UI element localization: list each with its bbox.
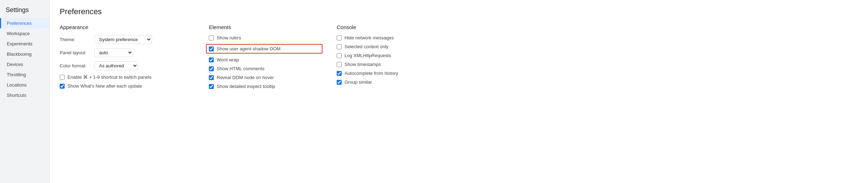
elements-checkbox-row-show-html-comments: Show HTML comments (209, 66, 322, 71)
checkbox-label-cmd-shortcut: Enable ⌘ + 1-9 shortcut to switch panels (67, 74, 152, 80)
checkbox-show-timestamps[interactable] (337, 62, 342, 67)
sidebar-items: PreferencesWorkspaceExperimentsBlackboxi… (0, 18, 49, 100)
checkbox-group-similar[interactable] (337, 80, 342, 85)
checkbox-show-shadow-dom[interactable] (209, 46, 214, 51)
console-checkbox-row-selected-context: Selected context only (337, 44, 436, 49)
sidebar-item-experiments[interactable]: Experiments (0, 39, 49, 49)
color-format-label: Color format: (60, 63, 92, 68)
checkbox-cmd-shortcut[interactable] (60, 75, 65, 80)
settings-columns: Appearance Theme: System preferenceLight… (60, 24, 858, 93)
checkbox-show-rulers[interactable] (209, 35, 214, 40)
console-checkbox-row-autocomplete-history: Autocomplete from history (337, 71, 436, 76)
color-format-row: Color format: As authoredHEXRGBHSL (60, 61, 195, 70)
elements-checkbox-row-reveal-dom-node: Reveal DOM node on hover (209, 75, 322, 80)
sidebar-item-blackboxing[interactable]: Blackboxing (0, 49, 49, 59)
checkbox-reveal-dom-node[interactable] (209, 75, 214, 80)
checkbox-label-show-rulers: Show rulers (217, 35, 241, 40)
panel-layout-row: Panel layout: autohorizontalvertical (60, 48, 195, 57)
console-section: Console Hide network messagesSelected co… (337, 24, 436, 88)
appearance-checkbox-row-cmd-shortcut: Enable ⌘ + 1-9 shortcut to switch panels (60, 74, 195, 80)
main-content: Preferences Appearance Theme: System pre… (50, 0, 868, 183)
theme-label: Theme: (60, 37, 92, 42)
checkbox-label-show-html-comments: Show HTML comments (217, 66, 265, 71)
elements-checkbox-row-show-shadow-dom: Show user agent shadow DOM (206, 44, 322, 54)
appearance-heading: Appearance (60, 24, 195, 30)
checkbox-autocomplete-history[interactable] (337, 71, 342, 76)
checkbox-label-show-detailed-inspect: Show detailed inspect tooltip (217, 84, 275, 89)
checkbox-label-selected-context: Selected context only (345, 44, 389, 49)
checkbox-whats-new[interactable] (60, 84, 65, 89)
checkbox-show-detailed-inspect[interactable] (209, 84, 214, 89)
sidebar-item-workspace[interactable]: Workspace (0, 28, 49, 39)
sidebar-item-throttling[interactable]: Throttling (0, 70, 49, 80)
checkbox-label-show-timestamps: Show timestamps (345, 62, 381, 67)
console-checkbox-row-hide-network: Hide network messages (337, 35, 436, 40)
elements-checkbox-row-show-rulers: Show rulers (209, 35, 322, 40)
console-checkbox-row-group-similar: Group similar (337, 79, 436, 85)
elements-checkboxes: Show rulersShow user agent shadow DOMWor… (209, 35, 322, 89)
console-checkbox-row-log-xmlhttp: Log XMLHttpRequests (337, 53, 436, 58)
sidebar-item-shortcuts[interactable]: Shortcuts (0, 90, 49, 100)
elements-checkbox-row-word-wrap: Word wrap (209, 57, 322, 62)
sidebar-item-devices[interactable]: Devices (0, 59, 49, 70)
sidebar-title: Settings (0, 4, 49, 18)
theme-row: Theme: System preferenceLightDark (60, 35, 195, 44)
sidebar: Settings PreferencesWorkspaceExperiments… (0, 0, 50, 183)
checkbox-label-reveal-dom-node: Reveal DOM node on hover (217, 75, 274, 80)
checkbox-label-group-similar: Group similar (345, 79, 372, 85)
appearance-section: Appearance Theme: System preferenceLight… (60, 24, 195, 92)
sidebar-item-locations[interactable]: Locations (0, 80, 49, 90)
panel-layout-select[interactable]: autohorizontalvertical (94, 48, 133, 57)
elements-section: Elements Show rulersShow user agent shad… (209, 24, 322, 93)
checkbox-label-whats-new: Show What's New after each update (67, 83, 142, 89)
elements-checkbox-row-show-detailed-inspect: Show detailed inspect tooltip (209, 84, 322, 89)
checkbox-label-hide-network: Hide network messages (345, 35, 394, 40)
sidebar-item-preferences[interactable]: Preferences (0, 18, 49, 28)
panel-layout-label: Panel layout: (60, 50, 92, 55)
checkbox-label-word-wrap: Word wrap (217, 57, 239, 62)
checkbox-label-log-xmlhttp: Log XMLHttpRequests (345, 53, 391, 58)
checkbox-word-wrap[interactable] (209, 57, 214, 62)
checkbox-selected-context[interactable] (337, 44, 342, 49)
page-title: Preferences (60, 7, 858, 16)
checkbox-label-show-shadow-dom: Show user agent shadow DOM (217, 46, 281, 51)
elements-heading: Elements (209, 24, 322, 30)
color-format-select[interactable]: As authoredHEXRGBHSL (94, 61, 138, 70)
checkbox-hide-network[interactable] (337, 35, 342, 40)
checkbox-label-autocomplete-history: Autocomplete from history (345, 71, 398, 76)
console-checkbox-row-show-timestamps: Show timestamps (337, 62, 436, 67)
checkbox-log-xmlhttp[interactable] (337, 53, 342, 58)
theme-select[interactable]: System preferenceLightDark (94, 35, 152, 44)
appearance-checkbox-row-whats-new: Show What's New after each update (60, 83, 195, 89)
appearance-checkboxes: Enable ⌘ + 1-9 shortcut to switch panels… (60, 74, 195, 89)
console-heading: Console (337, 24, 436, 30)
checkbox-show-html-comments[interactable] (209, 66, 214, 71)
console-checkboxes: Hide network messagesSelected context on… (337, 35, 436, 85)
